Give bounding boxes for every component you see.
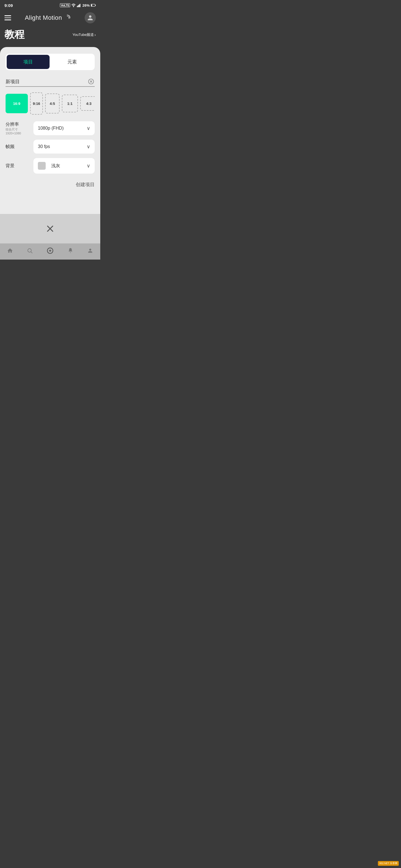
tutorial-header: 教程 YouTube频道 › xyxy=(0,27,100,47)
framerate-label-wrap: 帧频 xyxy=(6,144,33,150)
svg-point-13 xyxy=(28,249,31,252)
svg-rect-1 xyxy=(77,6,78,7)
project-name-row xyxy=(6,78,95,87)
youtube-label: YouTube频道 xyxy=(73,32,94,37)
tab-elements[interactable]: 元素 xyxy=(51,55,93,69)
svg-rect-3 xyxy=(79,4,80,7)
svg-rect-4 xyxy=(80,4,81,7)
svg-rect-2 xyxy=(78,5,79,7)
background-value: 浅灰 xyxy=(51,163,60,169)
wifi-icon xyxy=(71,3,76,7)
app-title: Alight Motion xyxy=(25,14,62,22)
resolution-dropdown[interactable]: 1080p (FHD) ∨ xyxy=(33,121,95,135)
nav-home[interactable] xyxy=(7,248,13,254)
background-label: 背景 xyxy=(6,163,33,169)
person-icon xyxy=(87,15,93,21)
resolution-label-wrap: 分辨率 组合尺寸 1920×1080 xyxy=(6,122,33,135)
framerate-row: 帧频 30 fps ∨ xyxy=(6,140,95,154)
ratio-9-16-button[interactable]: 9:16 xyxy=(30,92,43,115)
nav-add[interactable] xyxy=(47,247,54,254)
resolution-sublabel1: 组合尺寸 xyxy=(6,127,33,132)
clear-button[interactable] xyxy=(87,78,95,85)
resolution-chevron-down-icon: ∨ xyxy=(87,125,90,131)
framerate-chevron-down-icon: ∨ xyxy=(87,144,90,150)
status-bar: 9:09 VoLTE 26% xyxy=(0,0,100,10)
top-nav: Alight Motion xyxy=(0,10,100,27)
resolution-value: 1080p (FHD) xyxy=(38,126,63,131)
bottom-nav xyxy=(0,243,100,259)
nav-bell[interactable] xyxy=(67,248,74,254)
resolution-sublabel2: 1920×1080 xyxy=(6,132,33,135)
svg-rect-7 xyxy=(91,4,92,6)
create-project-button[interactable]: 创建项目 xyxy=(76,181,95,188)
status-time: 9:09 xyxy=(4,3,13,8)
project-name-input[interactable] xyxy=(6,79,87,84)
framerate-label: 帧频 xyxy=(6,144,33,150)
battery-icon xyxy=(91,3,96,7)
ratio-4-3-button[interactable]: 4:3 xyxy=(80,96,95,111)
close-button[interactable] xyxy=(43,222,57,236)
background-label-wrap: 背景 xyxy=(6,163,33,169)
nav-person[interactable] xyxy=(87,248,93,254)
user-avatar-button[interactable] xyxy=(85,12,96,23)
youtube-link[interactable]: YouTube频道 › xyxy=(73,32,96,37)
volte-badge: VoLTE xyxy=(60,3,70,7)
app-logo-arc xyxy=(63,14,71,22)
svg-rect-6 xyxy=(95,5,96,6)
bottom-area xyxy=(0,214,100,243)
signal-icon xyxy=(77,3,81,7)
background-dropdown[interactable]: 浅灰 ∨ xyxy=(33,158,95,174)
framerate-dropdown[interactable]: 30 fps ∨ xyxy=(33,140,95,154)
ratio-1-1-button[interactable]: 1:1 xyxy=(62,95,78,113)
resolution-label: 分辨率 xyxy=(6,122,33,127)
ratio-16-9-button[interactable]: 16:9 xyxy=(6,94,28,113)
background-row: 背景 浅灰 ∨ xyxy=(6,158,95,174)
background-chevron-down-icon: ∨ xyxy=(87,163,90,169)
svg-line-14 xyxy=(31,252,33,253)
create-btn-row: 创建项目 xyxy=(6,181,95,188)
ratio-4-5-button[interactable]: 4:5 xyxy=(45,93,60,114)
battery-percent: 26% xyxy=(82,3,90,7)
framerate-value: 30 fps xyxy=(38,144,50,149)
resolution-row: 分辨率 组合尺寸 1920×1080 1080p (FHD) ∨ xyxy=(6,121,95,135)
tutorial-title: 教程 xyxy=(4,28,25,41)
nav-search[interactable] xyxy=(27,248,33,254)
aspect-ratio-row: 16:9 9:16 4:5 1:1 4:3 xyxy=(6,92,95,115)
tab-project[interactable]: 项目 xyxy=(7,55,50,69)
background-color-swatch xyxy=(38,162,46,170)
tab-switch: 项目 元素 xyxy=(6,54,95,70)
status-icons: VoLTE 26% xyxy=(60,3,96,7)
svg-point-0 xyxy=(73,6,74,7)
chevron-right-icon: › xyxy=(94,33,96,37)
menu-button[interactable] xyxy=(4,15,11,20)
main-card: 项目 元素 16:9 9:16 4:5 1:1 4:3 xyxy=(0,47,100,214)
app-title-wrap: Alight Motion xyxy=(25,14,71,22)
